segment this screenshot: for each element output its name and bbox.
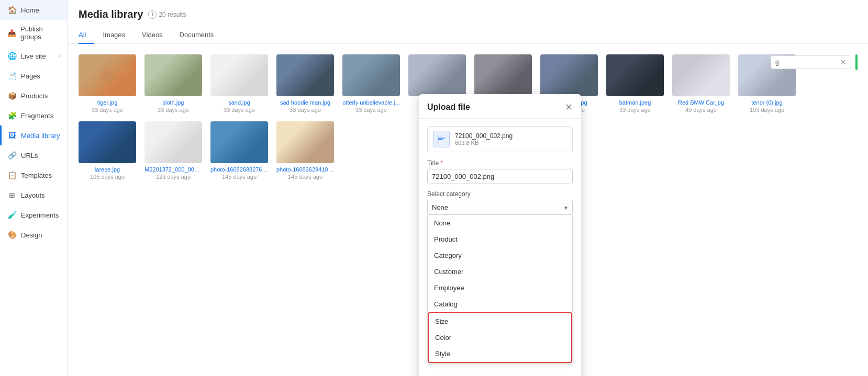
gallery-item-m22[interactable]: M2201372_000_002.p... 123 days ago (144, 121, 202, 180)
sidebar-item-pages[interactable]: 📄 Pages (0, 66, 68, 86)
gallery-date: 33 days ago (290, 107, 321, 113)
gallery-filename: batman.jpeg (619, 99, 651, 106)
tab-videos[interactable]: Videos (133, 27, 171, 44)
gallery-item-lareqe[interactable]: lareqe.jpg 105 days ago (79, 121, 136, 180)
sidebar-item-fragments[interactable]: 🧩 Fragments (0, 106, 68, 126)
sidebar-item-layouts[interactable]: ⊞ Layouts (0, 185, 68, 205)
gallery-thumb (79, 54, 136, 96)
category-label: Select category (427, 190, 573, 198)
gallery-item-bmw[interactable]: Red BMW Car.jpg 40 days ago (672, 54, 730, 113)
gallery-date: 123 days ago (156, 174, 191, 180)
category-dropdown-list: None Product Category Customer Employee … (427, 215, 573, 363)
dropdown-option-none[interactable]: None (428, 215, 572, 231)
sidebar-item-label: Templates (21, 172, 52, 179)
gallery-thumb (210, 121, 268, 163)
dropdown-option-customer[interactable]: Customer (428, 264, 572, 280)
gallery-thumb (408, 54, 466, 96)
gallery-date: 33 days ago (158, 107, 189, 113)
file-preview: 72100_000_002.png 603.8 KB (427, 126, 573, 152)
title-input[interactable] (427, 169, 573, 184)
tab-images[interactable]: Images (94, 27, 133, 44)
results-badge: i 20 results (148, 10, 186, 19)
gallery-item-photo2[interactable]: photo-160826294108... 145 days ago (276, 121, 334, 180)
sidebar-item-label: Publish groups (20, 25, 60, 41)
sidebar-item-label: Pages (21, 72, 40, 80)
sidebar-item-publish-groups[interactable]: 📤 Publish groups (0, 20, 68, 46)
sidebar-item-media-library[interactable]: 🖼 Media library (0, 126, 68, 145)
gallery-filename: sad hoodie man.jpg (280, 99, 330, 106)
gallery-date: 103 days ago (750, 107, 784, 113)
gallery-thumb (144, 121, 202, 163)
fragments-icon: 🧩 (7, 111, 17, 120)
experiments-icon: 🧪 (7, 210, 17, 220)
gallery-date: 33 days ago (92, 107, 123, 113)
live-site-icon: 🌐 (7, 51, 17, 61)
sidebar-item-label: Design (21, 231, 42, 239)
chevron-right-icon: › (59, 53, 60, 59)
pages-icon: 📄 (7, 71, 17, 81)
gallery-item-batman[interactable]: batman.jpeg 33 days ago (606, 54, 664, 113)
sidebar-item-live-site[interactable]: 🌐 Live site › (0, 46, 68, 66)
gallery-thumb (672, 54, 730, 96)
info-icon: i (148, 10, 157, 19)
search-input-wrap: ✕ (771, 55, 851, 69)
tab-all[interactable]: All (79, 27, 94, 44)
modal-title: Upload file (427, 102, 470, 112)
gallery-item-tiger[interactable]: tiger.jpg 33 days ago (79, 54, 136, 113)
urls-icon: 🔗 (7, 151, 17, 160)
gallery-item-photo1[interactable]: photo-160826882760... 145 days ago (210, 121, 268, 180)
modal-footer: Upload now Cancel (419, 371, 581, 376)
file-size: 603.8 KB (455, 140, 567, 146)
search-input[interactable] (775, 59, 838, 66)
clear-search-button[interactable]: ✕ (840, 58, 847, 66)
gallery-item-otter[interactable]: otterly unbelievable.j... 33 days ago (342, 54, 400, 113)
dropdown-option-category[interactable]: Category (428, 247, 572, 264)
sidebar-item-templates[interactable]: 📋 Templates (0, 165, 68, 185)
gallery-thumb (540, 54, 598, 96)
modal-header: Upload file ✕ (419, 94, 581, 119)
dropdown-option-product[interactable]: Product (428, 231, 572, 247)
upload-progress-bar (855, 54, 858, 70)
sidebar-item-products[interactable]: 📦 Products (0, 86, 68, 106)
file-type-icon (433, 131, 450, 147)
templates-icon: 📋 (7, 170, 17, 180)
dropdown-option-size[interactable]: Size (429, 313, 571, 329)
sidebar-item-label: Fragments (21, 112, 53, 120)
gallery-date: 33 days ago (224, 107, 255, 113)
category-select[interactable]: None Product Category Customer Employee … (427, 200, 573, 215)
svg-point-1 (104, 69, 111, 76)
gallery-filename: sand.jpg (228, 99, 250, 106)
tabs-bar: All Images Videos Documents (79, 27, 858, 43)
category-select-wrap: None Product Category Customer Employee … (427, 200, 573, 215)
gallery-item-sloth[interactable]: sloth.jpg 33 days ago (144, 54, 202, 113)
modal-body: 72100_000_002.png 603.8 KB Title * Selec… (419, 119, 581, 371)
file-name: 72100_000_002.png (455, 132, 567, 140)
gallery-item-sad-hoodie[interactable]: sad hoodie man.jpg 33 days ago (276, 54, 334, 113)
gallery-thumb (276, 121, 334, 163)
gallery-item-sand[interactable]: sand.jpg 33 days ago (210, 54, 268, 113)
search-area: ✕ (771, 54, 858, 70)
sidebar-item-home[interactable]: 🏠 Home (0, 0, 68, 20)
dropdown-option-style[interactable]: Style (429, 346, 571, 362)
sidebar-item-design[interactable]: 🎨 Design (0, 225, 68, 245)
sidebar-item-urls[interactable]: 🔗 URLs (0, 145, 68, 165)
gallery-thumb (474, 54, 532, 96)
gallery-filename: M2201372_000_002.p... (144, 166, 202, 173)
dropdown-option-employee[interactable]: Employee (428, 280, 572, 296)
gallery-date: 145 days ago (222, 174, 257, 180)
gallery-filename: photo-160826882760... (210, 166, 268, 173)
modal-close-button[interactable]: ✕ (565, 102, 573, 112)
dropdown-option-catalog[interactable]: Catalog (428, 296, 572, 312)
results-count: 20 results (159, 11, 186, 18)
gallery-date: 33 days ago (355, 107, 387, 113)
title-label: Title * (427, 159, 573, 167)
dropdown-option-color[interactable]: Color (429, 329, 571, 346)
gallery-thumb (210, 54, 268, 96)
gallery-thumb (342, 54, 400, 96)
tab-documents[interactable]: Documents (171, 27, 222, 44)
gallery-date: 145 days ago (288, 174, 322, 180)
sidebar-item-experiments[interactable]: 🧪 Experiments (0, 205, 68, 225)
file-info: 72100_000_002.png 603.8 KB (455, 132, 567, 146)
upload-modal: Upload file ✕ 72100_000_002.png 603.8 KB… (419, 94, 581, 376)
gallery-filename: photo-160826294108... (276, 166, 334, 173)
